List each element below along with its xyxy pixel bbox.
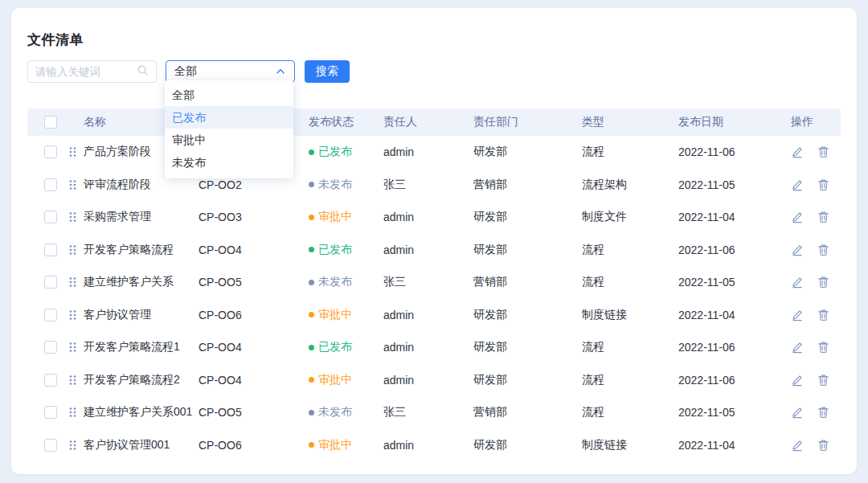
- drag-handle-icon[interactable]: [59, 276, 84, 289]
- delete-button[interactable]: [817, 309, 829, 321]
- search-icon: [137, 64, 149, 80]
- delete-button[interactable]: [817, 145, 829, 158]
- drag-handle-icon[interactable]: [59, 211, 84, 223]
- cell-dept: 营销部: [473, 405, 582, 420]
- dropdown-option[interactable]: 未发布: [165, 151, 293, 174]
- cell-person: admin: [383, 439, 473, 452]
- cell-code: CP-OO6: [199, 439, 309, 452]
- delete-button[interactable]: [817, 178, 829, 191]
- edit-button[interactable]: [791, 309, 804, 321]
- status-dot-icon: [309, 345, 314, 350]
- search-button[interactable]: 搜索: [305, 60, 350, 83]
- trash-icon: [817, 214, 829, 226]
- drag-handle-icon[interactable]: [59, 406, 84, 419]
- cell-date: 2022-11-06: [678, 374, 791, 387]
- keyword-search-field[interactable]: [27, 60, 157, 83]
- dropdown-option[interactable]: 审批中: [165, 129, 293, 151]
- cell-dept: 研发部: [473, 308, 582, 322]
- status-dot-icon: [309, 182, 314, 187]
- cell-dept: 营销部: [473, 178, 582, 192]
- row-checkbox[interactable]: [44, 211, 57, 223]
- cell-date: 2022-11-05: [678, 406, 791, 419]
- drag-handle-icon[interactable]: [59, 374, 84, 387]
- file-table: 名称 发布状态 责任人 责任部门 类型 发布日期 操作 产品方案阶段 CP-OO…: [27, 108, 841, 461]
- dropdown-option[interactable]: 已发布: [165, 106, 293, 129]
- status-badge: 未发布: [309, 275, 383, 289]
- row-checkbox[interactable]: [44, 406, 57, 419]
- status-dot-icon: [309, 312, 314, 317]
- delete-button[interactable]: [817, 374, 829, 387]
- cell-name: 开发客户策略流程1: [84, 340, 199, 354]
- cell-type: 流程: [582, 243, 678, 257]
- status-dot-icon: [309, 442, 314, 448]
- row-checkbox[interactable]: [44, 276, 57, 289]
- cell-type: 制度链接: [582, 308, 678, 322]
- row-checkbox[interactable]: [44, 244, 57, 256]
- cell-type: 制度链接: [582, 438, 678, 452]
- edit-button[interactable]: [791, 244, 804, 256]
- edit-button[interactable]: [791, 439, 804, 452]
- edit-button[interactable]: [791, 406, 804, 419]
- table-header-row: 名称 发布状态 责任人 责任部门 类型 发布日期 操作: [27, 108, 841, 136]
- cell-dept: 研发部: [473, 210, 582, 224]
- row-checkbox[interactable]: [44, 341, 57, 354]
- status-filter-select[interactable]: 全部: [166, 60, 295, 83]
- cell-code: CP-OO4: [199, 341, 309, 354]
- edit-button[interactable]: [791, 178, 804, 191]
- status-badge: 审批中: [309, 373, 383, 387]
- edit-button[interactable]: [791, 211, 804, 223]
- table-row: 建立维护客户关系 CP-OO5 未发布 张三 营销部 流程 2022-11-05: [27, 266, 841, 299]
- edit-button[interactable]: [791, 374, 804, 387]
- cell-date: 2022-11-04: [678, 211, 791, 223]
- trash-icon: [817, 279, 829, 291]
- drag-handle-icon[interactable]: [59, 145, 84, 158]
- table-row: 采购需求管理 CP-OO3 审批中 admin 研发部 制度文件 2022-11…: [27, 201, 841, 234]
- search-input[interactable]: [35, 66, 137, 78]
- delete-button[interactable]: [817, 211, 829, 223]
- cell-dept: 研发部: [473, 145, 582, 159]
- row-checkbox[interactable]: [44, 145, 57, 158]
- cell-name: 开发客户策略流程: [84, 243, 199, 257]
- edit-button[interactable]: [791, 276, 804, 289]
- status-badge: 已发布: [309, 340, 383, 354]
- drag-handle-icon[interactable]: [59, 309, 84, 321]
- cell-name: 客户协议管理001: [84, 438, 199, 452]
- trash-icon: [817, 344, 829, 356]
- edit-icon: [791, 149, 804, 161]
- cell-code: CP-OO2: [199, 178, 309, 191]
- cell-person: 张三: [383, 275, 473, 289]
- row-checkbox[interactable]: [44, 439, 57, 452]
- cell-date: 2022-11-05: [678, 178, 791, 191]
- dropdown-option[interactable]: 全部: [165, 84, 293, 106]
- select-all-checkbox[interactable]: [44, 116, 57, 129]
- cell-person: 张三: [383, 178, 473, 192]
- edit-icon: [791, 214, 804, 226]
- cell-code: CP-OO4: [199, 374, 309, 387]
- cell-name: 客户协议管理: [84, 308, 199, 322]
- header-ops: 操作: [791, 115, 841, 129]
- cell-code: CP-OO6: [199, 309, 309, 321]
- cell-name: 采购需求管理: [84, 210, 199, 224]
- edit-button[interactable]: [791, 341, 804, 354]
- cell-type: 制度文件: [582, 210, 678, 224]
- delete-button[interactable]: [817, 439, 829, 452]
- row-checkbox[interactable]: [44, 309, 57, 321]
- cell-dept: 研发部: [473, 340, 582, 354]
- header-dept: 责任部门: [473, 115, 582, 129]
- delete-button[interactable]: [817, 276, 829, 289]
- delete-button[interactable]: [817, 341, 829, 354]
- status-badge: 已发布: [309, 145, 383, 159]
- cell-code: CP-OO5: [199, 276, 309, 289]
- status-badge: 审批中: [309, 438, 383, 452]
- edit-icon: [791, 279, 804, 291]
- drag-handle-icon[interactable]: [59, 178, 84, 191]
- row-checkbox[interactable]: [44, 178, 57, 191]
- delete-button[interactable]: [817, 244, 829, 256]
- cell-name: 建立维护客户关系: [84, 275, 199, 289]
- drag-handle-icon[interactable]: [59, 341, 84, 354]
- row-checkbox[interactable]: [44, 374, 57, 387]
- delete-button[interactable]: [817, 406, 829, 419]
- edit-button[interactable]: [791, 145, 804, 158]
- drag-handle-icon[interactable]: [59, 439, 84, 452]
- drag-handle-icon[interactable]: [59, 244, 84, 256]
